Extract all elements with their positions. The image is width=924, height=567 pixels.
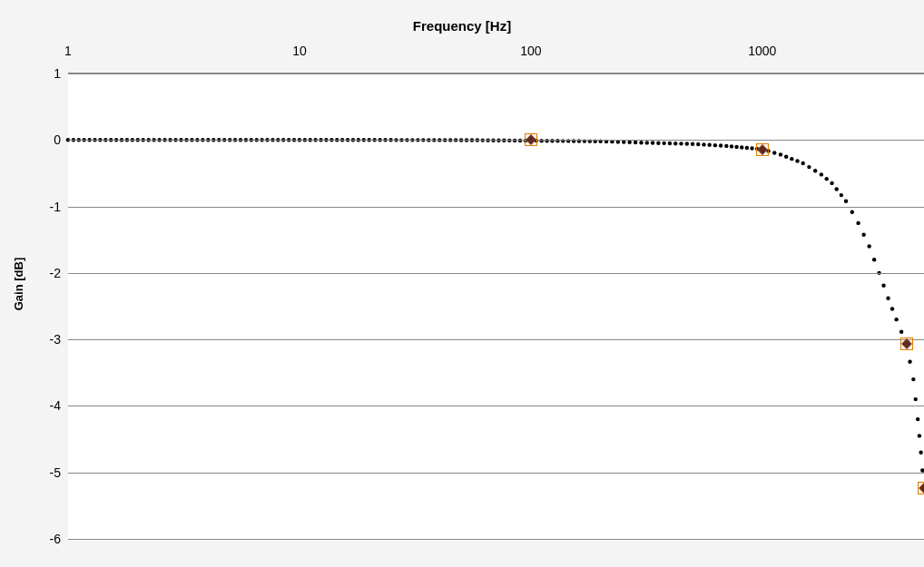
curve-dot (830, 181, 833, 185)
curve-dot (908, 359, 911, 363)
curve-dot (790, 157, 793, 161)
x-tick-label: 100 (520, 44, 541, 58)
curve-dot (820, 172, 823, 176)
chart-container: Frequency [Hz] 1101001000 Gain [dB] 10-1… (0, 0, 924, 567)
curve-dot (894, 318, 898, 321)
data-marker (756, 143, 769, 156)
curve-dot (779, 152, 782, 156)
curve-dot (784, 155, 788, 159)
curve-dot (662, 142, 665, 145)
curve-dot (890, 307, 894, 310)
diamond-icon (901, 339, 911, 349)
gridline (68, 473, 924, 474)
y-tick-label: 1 (54, 66, 61, 81)
gridline (68, 140, 924, 141)
curve-dot (861, 233, 865, 237)
curve-dot (914, 397, 918, 401)
curve-dot (719, 143, 722, 147)
gridline (68, 207, 924, 208)
curve-dot (807, 165, 811, 169)
curve-dot (918, 434, 921, 437)
curve-dot (730, 144, 733, 148)
curve-dot (825, 177, 829, 181)
diamond-icon (757, 144, 767, 154)
gridline (68, 406, 924, 406)
curve-dot (899, 330, 903, 334)
data-marker (918, 482, 924, 494)
curve-dot (668, 142, 672, 145)
curve-dot (707, 143, 711, 147)
y-tick-label: -3 (50, 332, 61, 347)
curve-dot (679, 142, 683, 145)
x-tick-label: 10 (292, 44, 307, 58)
diamond-icon (526, 135, 536, 145)
curve-dot (801, 161, 804, 165)
curve-dot (634, 141, 637, 144)
curve-dot (651, 141, 654, 144)
gridline (68, 339, 924, 340)
curve-dot (916, 417, 919, 421)
y-tick-label: -1 (50, 200, 61, 214)
curve-dot (886, 297, 890, 300)
data-marker (900, 337, 913, 350)
curve-dot (724, 144, 728, 148)
x-tick-label: 1000 (748, 44, 776, 58)
curve-dot (881, 284, 885, 288)
curve-dot (696, 142, 700, 146)
curve-dot (673, 142, 677, 145)
y-tick-label: -6 (50, 532, 61, 546)
curve-dot (867, 244, 870, 248)
curve-dot (850, 210, 854, 214)
curve-dot (713, 143, 717, 147)
x-tick-label: 1 (64, 44, 72, 58)
gridline (68, 273, 924, 274)
curve-dot (919, 451, 922, 455)
curve-dot (745, 146, 749, 150)
curve-dot (840, 193, 843, 197)
curve-dot (656, 142, 660, 145)
y-tick-label: 0 (54, 132, 61, 147)
curve-dot (795, 159, 799, 162)
y-tick-label: -5 (50, 465, 61, 480)
curve-dot (702, 142, 705, 146)
data-marker (525, 133, 537, 146)
curve-dot (856, 221, 860, 225)
curve-dot (685, 142, 689, 145)
gridline (68, 73, 924, 74)
curve-dot (734, 145, 738, 149)
curve-dot (835, 187, 839, 191)
y-axis-label: Gain [dB] (12, 257, 25, 310)
curve-dot (750, 146, 753, 150)
plot-area: 10-1-2-3-4-5-6 (68, 73, 924, 540)
curve-dot (639, 141, 643, 144)
chart-title: Frequency [Hz] (0, 18, 924, 34)
curve-dot (772, 151, 776, 154)
curve-dot (911, 377, 915, 381)
curve-dot (740, 145, 743, 149)
x-ticks: 1101001000 (68, 44, 924, 62)
curve-overlay (68, 73, 924, 539)
y-tick-label: -2 (50, 266, 61, 280)
gridline (68, 539, 924, 540)
curve-dot (645, 141, 649, 144)
y-tick-label: -4 (50, 398, 61, 413)
curve-dot (844, 200, 848, 203)
curve-dot (872, 258, 876, 261)
curve-dot (691, 142, 694, 145)
curve-dot (813, 169, 817, 172)
diamond-icon (919, 484, 924, 494)
